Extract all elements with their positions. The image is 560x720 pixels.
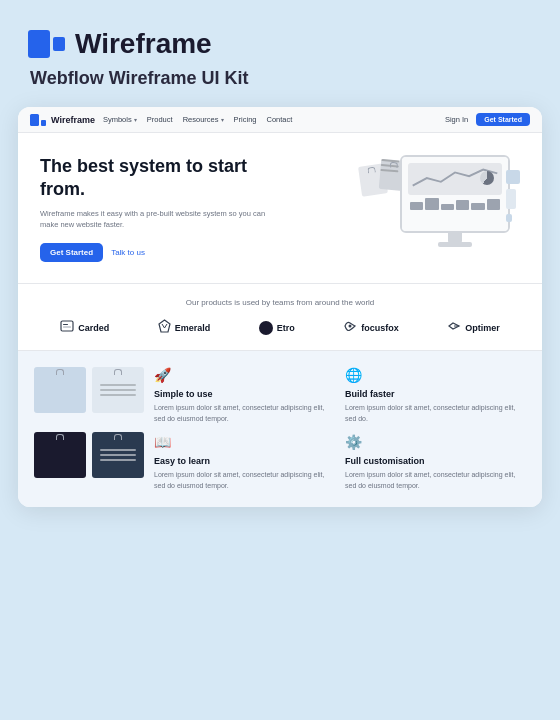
nav-brand-text: Wireframe <box>51 115 95 125</box>
bar-5 <box>471 203 484 210</box>
sticky-note-4 <box>92 432 144 478</box>
logos-tagline: Our products is used by teams from aroun… <box>36 298 524 307</box>
monitor-body <box>400 155 510 233</box>
note-line <box>100 459 136 461</box>
browser-nav: Wireframe Symbols ▾ Product Resources ▾ … <box>18 107 542 133</box>
nav-link-resources[interactable]: Resources ▾ <box>183 115 224 124</box>
logo-block-big <box>28 30 50 58</box>
note-clip-2 <box>390 162 398 169</box>
logo-focusfox: focusfox <box>343 319 399 336</box>
features-right: 🚀 Simple to use Lorem ipsum dolor sit am… <box>154 367 526 491</box>
subtitle: Webflow Wireframe UI Kit <box>30 68 532 89</box>
tool-item-1 <box>506 170 520 184</box>
focusfox-icon <box>343 319 357 336</box>
feature-title-custom: Full customisation <box>345 456 526 466</box>
note-lines-sn2 <box>100 384 136 396</box>
nav-link-product[interactable]: Product <box>147 115 173 124</box>
feature-desc-learn: Lorem ipsum dolor sit amet, consectetur … <box>154 470 335 491</box>
nav-link-pricing[interactable]: Pricing <box>234 115 257 124</box>
hero-buttons: Get Started Talk to us <box>40 243 280 262</box>
screen-bars <box>408 198 502 210</box>
etro-circle <box>259 321 273 335</box>
svg-rect-0 <box>61 321 73 331</box>
sticky-note-2 <box>92 367 144 413</box>
note-clip-6 <box>114 434 122 440</box>
note-line <box>380 169 398 173</box>
brand-logo <box>28 30 65 58</box>
brand-name: Wireframe <box>75 28 212 60</box>
note-clip-5 <box>56 434 64 440</box>
features-section: 🚀 Simple to use Lorem ipsum dolor sit am… <box>18 351 542 507</box>
hero-cta-button[interactable]: Get Started <box>40 243 103 262</box>
logo-block-small <box>53 37 65 51</box>
logo-optimer: Optimer <box>447 319 500 336</box>
logo-carded: Carded <box>60 319 109 336</box>
top-header: Wireframe Webflow Wireframe UI Kit <box>0 0 560 107</box>
feature-learn: 📖 Easy to learn Lorem ipsum dolor sit am… <box>154 434 335 491</box>
tool-item-2 <box>506 189 516 209</box>
feature-icon-learn: 📖 <box>154 434 335 450</box>
nav-link-symbols[interactable]: Symbols ▾ <box>103 115 137 124</box>
hero-section: The best system to start from. Wireframe… <box>18 133 542 283</box>
screen-chart <box>408 163 502 195</box>
feature-desc-faster: Lorem ipsum dolor sit amet, consectetur … <box>345 403 526 424</box>
emerald-text: Emerald <box>175 323 211 333</box>
carded-text: Carded <box>78 323 109 333</box>
note-line <box>100 454 136 456</box>
sticky-note-3 <box>34 432 86 478</box>
browser-mockup: Wireframe Symbols ▾ Product Resources ▾ … <box>18 107 542 507</box>
screen-pie <box>480 171 494 185</box>
feature-desc-custom: Lorem ipsum dolor sit amet, consectetur … <box>345 470 526 491</box>
svg-point-3 <box>349 325 352 328</box>
hero-illustration <box>360 155 520 265</box>
brand-row: Wireframe <box>28 28 532 60</box>
nav-link-contact[interactable]: Contact <box>267 115 293 124</box>
focusfox-text: focusfox <box>361 323 399 333</box>
optimer-icon <box>447 319 461 336</box>
monitor-base <box>438 242 472 247</box>
bar-6 <box>487 199 500 210</box>
feature-title-simple: Simple to use <box>154 389 335 399</box>
feature-faster: 🌐 Build faster Lorem ipsum dolor sit ame… <box>345 367 526 424</box>
signin-link[interactable]: Sign In <box>445 115 468 124</box>
tool-item-3 <box>506 214 512 222</box>
logo-etro: Etro <box>259 321 295 335</box>
feature-desc-simple: Lorem ipsum dolor sit amet, consectetur … <box>154 403 335 424</box>
hero-title: The best system to start from. <box>40 155 280 200</box>
tool-items <box>506 170 520 222</box>
nav-cta-button[interactable]: Get Started <box>476 113 530 126</box>
emerald-icon <box>158 319 171 336</box>
note-line <box>100 389 136 391</box>
note-clip-4 <box>114 369 122 375</box>
feature-title-faster: Build faster <box>345 389 526 399</box>
hero-left: The best system to start from. Wireframe… <box>40 155 280 262</box>
optimer-text: Optimer <box>465 323 500 333</box>
feature-custom: ⚙️ Full customisation Lorem ipsum dolor … <box>345 434 526 491</box>
feature-icon-simple: 🚀 <box>154 367 335 383</box>
sticky-notes-grid <box>34 367 144 491</box>
feature-simple: 🚀 Simple to use Lorem ipsum dolor sit am… <box>154 367 335 424</box>
bar-4 <box>456 200 469 210</box>
bar-3 <box>441 204 454 210</box>
bar-2 <box>425 198 438 210</box>
note-line <box>100 384 136 386</box>
svg-rect-2 <box>63 327 71 328</box>
hero-talk-link[interactable]: Talk to us <box>111 248 145 257</box>
etro-text: Etro <box>277 323 295 333</box>
logos-section: Our products is used by teams from aroun… <box>18 284 542 350</box>
feature-icon-custom: ⚙️ <box>345 434 526 450</box>
sticky-note-1 <box>34 367 86 413</box>
nav-logo-big <box>30 114 39 126</box>
carded-icon <box>60 319 74 336</box>
bar-1 <box>410 202 423 210</box>
nav-logo-small <box>41 120 46 126</box>
feature-icon-faster: 🌐 <box>345 367 526 383</box>
svg-rect-1 <box>63 324 68 325</box>
nav-right: Sign In Get Started <box>445 113 530 126</box>
note-lines-sn4 <box>100 449 136 461</box>
feature-title-learn: Easy to learn <box>154 456 335 466</box>
note-clip-1 <box>367 167 376 174</box>
logo-emerald: Emerald <box>158 319 211 336</box>
logos-row: Carded Emerald Etro focusfox <box>36 319 524 336</box>
monitor-screen <box>402 157 508 231</box>
